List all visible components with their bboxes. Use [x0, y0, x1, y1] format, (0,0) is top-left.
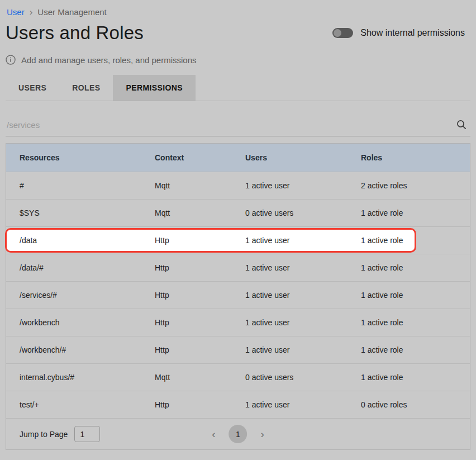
cell-users: 1 active user	[245, 400, 361, 409]
toggle-knob-icon	[334, 29, 341, 37]
cell-users: 1 active user	[245, 236, 361, 245]
cell-context: Mqtt	[155, 373, 245, 382]
cell-context: Http	[155, 291, 245, 300]
next-page-icon[interactable]: ›	[261, 429, 264, 439]
cell-users: 0 active users	[245, 208, 361, 217]
info-text: Add and manage users, roles, and permiss…	[21, 55, 197, 65]
cell-roles: 1 active role	[361, 236, 456, 245]
cell-users: 1 active user	[245, 263, 361, 272]
cell-resource: /data	[20, 236, 155, 245]
cell-resource: internal.cybus/#	[20, 373, 155, 382]
cell-roles: 1 active role	[361, 345, 456, 354]
title-row: Users and Roles Show internal permission…	[6, 22, 470, 44]
table-body: # Mqtt 1 active user 2 active roles $SYS…	[6, 172, 470, 418]
table-row[interactable]: /workbench/# Http 1 active user 1 active…	[6, 336, 470, 363]
cell-resource: /workbench	[20, 318, 155, 327]
col-header-context: Context	[155, 153, 245, 162]
cell-resource: /services/#	[20, 291, 155, 300]
cell-roles: 1 active role	[361, 208, 456, 217]
cell-context: Http	[155, 345, 245, 354]
table-row[interactable]: /data Http 1 active user 1 active role	[6, 226, 470, 254]
pager: ‹ 1 ›	[212, 425, 264, 443]
table-row[interactable]: test/+ Http 1 active user 0 active roles	[6, 391, 470, 418]
tab-users[interactable]: USERS	[6, 75, 59, 101]
cell-resource: test/+	[20, 400, 155, 409]
cell-roles: 0 active roles	[361, 400, 456, 409]
tab-permissions[interactable]: PERMISSIONS	[113, 75, 196, 101]
show-internal-permissions-toggle[interactable]	[332, 28, 353, 38]
table-row[interactable]: /workbench Http 1 active user 1 active r…	[6, 309, 470, 336]
col-header-resources: Resources	[20, 153, 155, 162]
info-icon	[6, 55, 16, 65]
table-row[interactable]: internal.cybus/# Mqtt 0 active users 1 a…	[6, 363, 470, 391]
jump-to-page-label: Jump to Page	[20, 430, 68, 439]
cell-users: 1 active user	[245, 345, 361, 354]
tabs: USERS ROLES PERMISSIONS	[6, 75, 470, 101]
chevron-right-icon: ›	[30, 7, 33, 17]
table-footer: Jump to Page ‹ 1 ›	[6, 418, 470, 449]
cell-roles: 1 active role	[361, 373, 456, 382]
cell-roles: 1 active role	[361, 291, 456, 300]
table-row[interactable]: /data/# Http 1 active user 1 active role	[6, 254, 470, 281]
table-row[interactable]: $SYS Mqtt 0 active users 1 active role	[6, 199, 470, 226]
cell-context: Http	[155, 318, 245, 327]
cell-roles: 1 active role	[361, 263, 456, 272]
table-header: Resources Context Users Roles	[6, 144, 470, 172]
toggle-label: Show internal permissions	[360, 28, 465, 38]
search-row	[6, 117, 470, 136]
page: User › User Management Users and Roles S…	[0, 0, 476, 450]
col-header-users: Users	[245, 153, 361, 162]
cell-resource: $SYS	[20, 208, 155, 217]
search-icon[interactable]	[456, 119, 469, 130]
cell-resource: #	[20, 181, 155, 190]
breadcrumb-link-user[interactable]: User	[7, 7, 25, 17]
breadcrumb-current: User Management	[37, 7, 106, 17]
cell-users: 1 active user	[245, 181, 361, 190]
permissions-table: Resources Context Users Roles # Mqtt 1 a…	[6, 143, 470, 450]
cell-roles: 1 active role	[361, 318, 456, 327]
cell-roles: 2 active roles	[361, 181, 456, 190]
cell-context: Http	[155, 263, 245, 272]
tab-roles[interactable]: ROLES	[59, 75, 113, 101]
cell-users: 0 active users	[245, 373, 361, 382]
cell-context: Mqtt	[155, 181, 245, 190]
cell-context: Mqtt	[155, 208, 245, 217]
cell-users: 1 active user	[245, 318, 361, 327]
jump-to-page-input[interactable]	[74, 426, 100, 442]
search-input[interactable]	[7, 120, 456, 130]
current-page-button[interactable]: 1	[229, 425, 247, 443]
internal-permissions-toggle-wrap: Show internal permissions	[332, 28, 470, 38]
col-header-roles: Roles	[361, 153, 456, 162]
cell-users: 1 active user	[245, 291, 361, 300]
cell-resource: /data/#	[20, 263, 155, 272]
cell-context: Http	[155, 236, 245, 245]
cell-context: Http	[155, 400, 245, 409]
table-row[interactable]: # Mqtt 1 active user 2 active roles	[6, 172, 470, 199]
page-title: Users and Roles	[6, 22, 144, 44]
table-row[interactable]: /services/# Http 1 active user 1 active …	[6, 281, 470, 309]
info-row: Add and manage users, roles, and permiss…	[6, 55, 470, 65]
cell-resource: /workbench/#	[20, 345, 155, 354]
prev-page-icon[interactable]: ‹	[212, 429, 215, 439]
breadcrumb: User › User Management	[6, 0, 470, 18]
